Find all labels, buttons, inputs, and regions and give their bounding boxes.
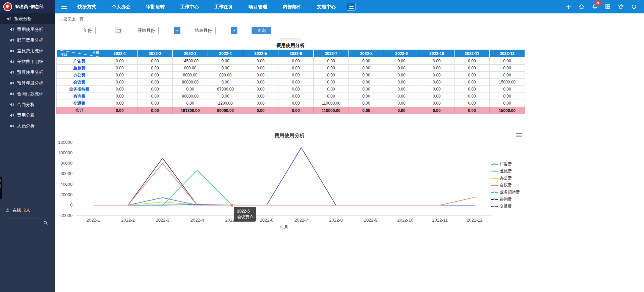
sidebar-item[interactable]: 差旅费用明细 <box>0 56 55 67</box>
back-link[interactable]: ‹ 返回上一页 <box>55 13 89 23</box>
sidebar-item[interactable]: 部门费用分析 <box>0 35 55 46</box>
month-header-cell: 2022-6 <box>278 50 314 58</box>
top-bar-actions: 99+ <box>565 3 644 10</box>
apps-icon[interactable] <box>604 3 611 10</box>
value-cell: 0.00 <box>102 79 138 86</box>
legend-item[interactable]: 交通费 <box>491 204 520 209</box>
value-cell: 0.00 <box>490 72 525 79</box>
value-cell: 0.00 <box>419 100 454 107</box>
value-cell: 6000.00 <box>173 72 208 79</box>
nav-item[interactable]: 工作任务 <box>207 0 241 13</box>
value-cell: 0.00 <box>349 72 384 79</box>
add-icon[interactable] <box>565 3 572 10</box>
nav-item[interactable]: 个人办公 <box>104 0 138 13</box>
value-cell: 0.00 <box>419 65 454 72</box>
legend-item[interactable]: 差旅费 <box>491 169 520 173</box>
nav-item[interactable]: 快捷方式 <box>70 0 104 13</box>
chevron-down-icon[interactable]: ▼ <box>174 27 180 34</box>
value-cell: 0.00 <box>490 93 525 100</box>
nav-item[interactable]: 内部邮件 <box>275 0 309 13</box>
value-cell: 80000.00 <box>173 79 208 86</box>
calendar-icon[interactable] <box>115 27 122 34</box>
legend-item[interactable]: 咨询费 <box>491 197 520 201</box>
value-cell: 0.00 <box>102 93 138 100</box>
item-link[interactable]: 咨询费 <box>73 94 86 99</box>
year-input[interactable] <box>96 27 115 34</box>
table-section: 费用使用分析 月份 项目 2022-12022-22022-32022-4202… <box>56 38 525 114</box>
sidebar-item[interactable]: 合同付款统计 <box>0 89 55 99</box>
sidebar-item[interactable]: 费用分析 <box>0 110 55 121</box>
sidebar-item[interactable]: 报表分析 <box>0 13 55 24</box>
legend-item[interactable]: 办公费 <box>491 176 520 180</box>
theme-icon[interactable] <box>618 3 624 10</box>
sidebar-item[interactable]: 人员分析 <box>0 121 55 131</box>
legend-marker-icon <box>491 192 498 193</box>
value-cell: 0.00 <box>243 93 278 100</box>
legend-label: 办公费 <box>500 175 512 181</box>
start-month-select[interactable]: ▼ <box>158 27 180 34</box>
value-cell: 0.00 <box>278 58 314 65</box>
nav-item[interactable]: 审批流转 <box>138 0 172 13</box>
sidebar-item-label: 部门费用分析 <box>17 37 43 43</box>
x-axis-tick: 2022-5 <box>225 218 238 223</box>
value-cell: 0.00 <box>314 86 349 93</box>
item-link[interactable]: 办公费 <box>73 73 86 77</box>
sidebar-item-label: 费用使用分析 <box>17 26 43 33</box>
y-axis-tick: 80000 <box>60 161 72 166</box>
online-label: 在线 <box>12 207 21 213</box>
total-value-cell: 0.00 <box>349 107 384 114</box>
sidebar-item[interactable]: 费用使用分析 <box>0 24 55 35</box>
collapse-handle[interactable] <box>278 38 303 41</box>
speaker-icon <box>9 113 14 118</box>
value-cell: 0.00 <box>102 58 138 65</box>
nav-item[interactable]: 工作中心 <box>172 0 207 13</box>
value-cell: 0.00 <box>454 58 490 65</box>
value-cell: 0.00 <box>314 93 349 100</box>
menu-icon[interactable] <box>58 5 70 9</box>
sidebar-item[interactable]: 差旅费用统计 <box>0 46 55 56</box>
value-cell: 0.00 <box>490 65 525 72</box>
nav-item[interactable]: 文档中心 <box>309 0 343 13</box>
legend-label: 咨询费 <box>500 196 512 202</box>
expense-table: 月份 项目 2022-12022-22022-32022-42022-52022… <box>56 49 525 114</box>
top-bar: 管理员 -信息部 快捷方式个人办公审批流转工作中心工作任务项目管理内部邮件文档中… <box>0 0 644 13</box>
sidebar-item[interactable]: 预算使用分析 <box>0 67 55 78</box>
nav-item[interactable]: 项目管理 <box>241 0 275 13</box>
month-header-cell: 2022-8 <box>349 50 384 58</box>
legend-marker-icon <box>491 171 498 172</box>
series-line <box>93 158 475 205</box>
power-icon[interactable] <box>631 3 637 10</box>
notifications-icon[interactable]: 99+ <box>591 3 598 10</box>
legend-item[interactable]: 广告费 <box>491 162 520 166</box>
value-cell: 0.00 <box>384 72 419 79</box>
item-link[interactable]: 广告费 <box>73 59 86 63</box>
item-link[interactable]: 会议费 <box>73 80 86 84</box>
item-link[interactable]: 差旅费 <box>73 66 86 70</box>
query-button[interactable]: 查询 <box>252 27 271 34</box>
item-link[interactable]: 交通费 <box>73 101 86 106</box>
month-header-cell: 2022-4 <box>208 50 243 58</box>
value-cell: 0.00 <box>102 65 138 72</box>
legend-item[interactable]: 会议费 <box>491 183 520 187</box>
end-month-select[interactable]: ▼ <box>215 27 237 34</box>
sidebar-bottom: 在线 2人 <box>0 207 55 227</box>
more-menu-icon[interactable] <box>347 3 356 11</box>
sidebar-search-input[interactable] <box>7 221 41 225</box>
home-icon[interactable] <box>578 3 585 10</box>
sidebar-item[interactable]: 预算年度分析 <box>0 78 55 89</box>
legend-item[interactable]: 业务招待费 <box>491 190 520 194</box>
search-icon[interactable] <box>43 221 48 225</box>
value-cell: 14500.00 <box>173 58 208 65</box>
sidebar-item[interactable]: 合同分析 <box>0 99 55 110</box>
legend-marker-icon <box>491 178 498 179</box>
table-row: 咨询费0.000.0090000.000.000.000.000.000.000… <box>57 93 525 100</box>
item-link[interactable]: 业务招待费 <box>69 87 90 92</box>
sidebar-scrollbar[interactable] <box>0 177 2 199</box>
speaker-icon <box>9 70 14 75</box>
value-cell: 0.00 <box>384 58 419 65</box>
year-field <box>95 27 122 34</box>
value-cell: 0.00 <box>454 79 490 86</box>
value-cell: 15000.00 <box>490 79 525 86</box>
chevron-down-icon[interactable]: ▼ <box>231 27 237 34</box>
corner-item-label: 项目 <box>60 52 67 57</box>
